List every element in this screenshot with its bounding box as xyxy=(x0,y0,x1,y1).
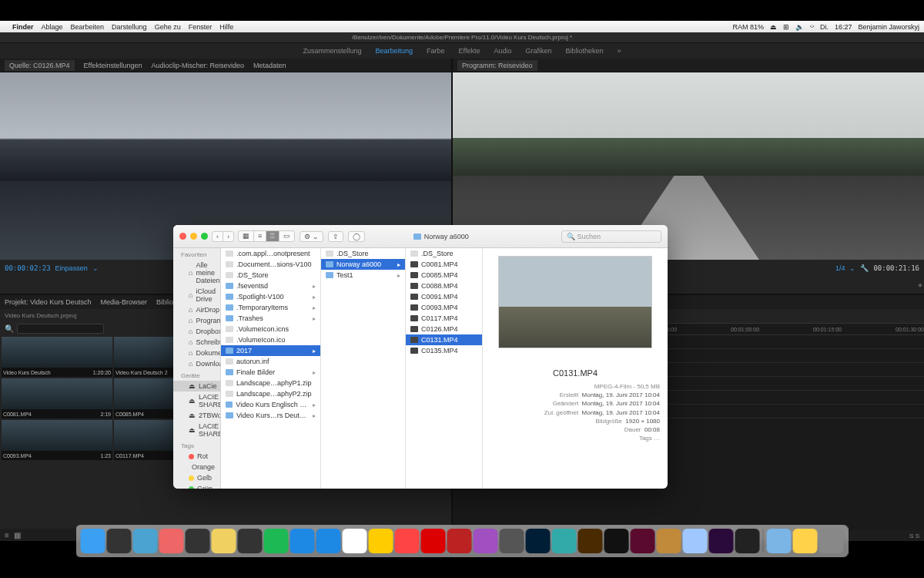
menu-user[interactable]: Benjamin Jaworskyj xyxy=(858,23,919,31)
tab-metadata[interactable]: Metadaten xyxy=(253,62,286,69)
mac-dock[interactable] xyxy=(76,525,849,557)
menu-item[interactable]: Ablage xyxy=(42,23,63,31)
sidebar-device[interactable]: ⏏LACIE SHARE xyxy=(173,391,220,410)
zoom-fit[interactable]: Einpassen xyxy=(55,264,88,272)
project-search-input[interactable] xyxy=(17,324,104,334)
finder-row[interactable]: Landscape…aphyP2.zip xyxy=(221,388,320,399)
status-icon[interactable]: ⊞ xyxy=(783,23,789,31)
sidebar-item[interactable]: ⌂Programme xyxy=(173,315,220,326)
finder-row[interactable]: .fseventsd▸ xyxy=(221,281,320,291)
zoom-fit[interactable]: 1/4 xyxy=(835,264,845,272)
dock-app[interactable] xyxy=(343,529,367,553)
sidebar-device[interactable]: ⏏LaCie xyxy=(173,381,220,391)
finder-row[interactable]: .VolumeIcon.icns xyxy=(221,324,320,334)
sidebar-tag[interactable]: Grün xyxy=(173,483,220,489)
clip-thumb[interactable]: Video Kurs Deutsch1:20:20 xyxy=(2,337,112,377)
finder-row[interactable]: C0126.MP4 xyxy=(406,324,482,334)
add-button-icon[interactable]: ＋ xyxy=(916,280,924,291)
finder-row[interactable]: C0131.MP4 xyxy=(406,334,482,345)
ws-tab[interactable]: Grafiken xyxy=(525,47,551,55)
finder-column-2[interactable]: .DS_StoreNorway a6000▸Test1▸ xyxy=(321,248,406,489)
ws-tab[interactable]: Effekte xyxy=(459,47,480,55)
share-button[interactable]: ⇪ xyxy=(328,231,343,242)
dock-app[interactable] xyxy=(526,529,551,553)
sidebar-item[interactable]: ⌂iCloud Drive xyxy=(173,286,220,304)
tab-mediabrowser[interactable]: Media-Browser xyxy=(100,298,147,306)
arrange-button[interactable]: ⚙ ⌄ xyxy=(300,231,323,242)
dock-app[interactable] xyxy=(133,529,158,553)
dock-app[interactable] xyxy=(238,529,263,553)
ws-tab[interactable]: Zusammenstellung xyxy=(303,47,361,55)
ws-tab-active[interactable]: Bearbeitung xyxy=(376,47,413,55)
finder-row[interactable]: .VolumeIcon.ico xyxy=(221,334,320,345)
chevron-down-icon[interactable]: ⌄ xyxy=(92,264,99,272)
finder-row[interactable]: Test1▸ xyxy=(321,270,405,281)
dock-app[interactable] xyxy=(290,529,315,553)
dock-app[interactable] xyxy=(767,529,792,553)
finder-row[interactable]: Video Kurs…rs Deutsch▸ xyxy=(221,410,320,421)
menu-app[interactable]: Finder xyxy=(12,23,34,31)
finder-row[interactable]: 2017▸ xyxy=(221,345,320,356)
tab-project[interactable]: Projekt: Video Kurs Deutsch xyxy=(5,298,91,306)
icon-view-icon[interactable]: ▦ xyxy=(14,531,21,539)
finder-column-1[interactable]: .com.appl…onotpresent.Document…sions-V10… xyxy=(221,248,321,489)
source-tc-in[interactable]: 00:00:02:23 xyxy=(5,264,51,272)
dock-app[interactable] xyxy=(264,529,289,553)
finder-row[interactable]: .Spotlight-V100▸ xyxy=(221,291,320,302)
dock-app[interactable] xyxy=(735,529,760,553)
finder-row[interactable]: C0085.MP4 xyxy=(406,270,482,281)
minimize-icon[interactable] xyxy=(190,233,197,240)
dock-app[interactable] xyxy=(709,529,734,553)
clip-thumb[interactable]: C0081.MP42:19 xyxy=(2,378,112,418)
dock-app[interactable] xyxy=(186,529,210,553)
menu-item[interactable]: Hilfe xyxy=(219,23,233,31)
dock-app[interactable] xyxy=(683,529,708,553)
finder-row[interactable]: Finale Bilder▸ xyxy=(221,367,320,378)
finder-row[interactable]: .DS_Store xyxy=(406,248,482,259)
status-icon[interactable]: ⏏ xyxy=(770,23,777,31)
menu-item[interactable]: Gehe zu xyxy=(155,23,181,31)
finder-row[interactable]: autorun.inf xyxy=(221,356,320,367)
tab-program[interactable]: Programm: Reisevideo xyxy=(457,60,537,71)
mac-menu-bar[interactable]: Finder Ablage Bearbeiten Darstellung Geh… xyxy=(0,21,924,32)
finder-window[interactable]: ‹ › ▦ ≡ ⦙⦙⦙ ▭ ⚙ ⌄ ⇪ ◯ Norway a6000 🔍 Suc… xyxy=(173,225,668,489)
finder-row[interactable]: C0091.MP4 xyxy=(406,291,482,302)
finder-row[interactable]: Landscape…aphyP1.zip xyxy=(221,378,320,388)
finder-row[interactable]: C0093.MP4 xyxy=(406,302,482,313)
tab-effects[interactable]: Effekteinstellungen xyxy=(84,62,142,69)
finder-row[interactable]: C0117.MP4 xyxy=(406,313,482,324)
wrench-icon[interactable]: 🔧 xyxy=(860,264,869,272)
gallery-view-button[interactable]: ▭ xyxy=(279,230,295,242)
menu-item[interactable]: Bearbeiten xyxy=(71,23,105,31)
sidebar-device[interactable]: ⏏2TBWorkflow xyxy=(173,410,220,421)
finder-row[interactable]: .Document…sions-V100 xyxy=(221,259,320,270)
finder-row[interactable]: .Trashes▸ xyxy=(221,313,320,324)
dock-app[interactable] xyxy=(212,529,236,553)
dock-app[interactable] xyxy=(447,529,472,553)
zoom-icon[interactable] xyxy=(201,233,208,240)
finder-row[interactable]: .com.appl…onotpresent xyxy=(221,248,320,259)
sidebar-item[interactable]: ⌂Schreibtisch xyxy=(173,337,220,348)
dock-app[interactable] xyxy=(657,529,681,553)
sidebar-item[interactable]: ⌂Downloads xyxy=(173,358,220,369)
forward-button[interactable]: › xyxy=(223,231,234,242)
sidebar-item[interactable]: ⌂Dokumente xyxy=(173,348,220,358)
dock-app[interactable] xyxy=(604,529,629,553)
dock-app[interactable] xyxy=(578,529,603,553)
dock-app[interactable] xyxy=(421,529,446,553)
close-icon[interactable] xyxy=(179,233,186,240)
volume-icon[interactable]: 🔈 xyxy=(795,23,804,31)
finder-row[interactable]: .TemporaryItems▸ xyxy=(221,302,320,313)
finder-row[interactable]: .DS_Store xyxy=(321,248,405,259)
menu-item[interactable]: Fenster xyxy=(189,23,213,31)
tags-button[interactable]: ◯ xyxy=(348,231,365,242)
dock-app[interactable] xyxy=(552,529,577,553)
tab-source[interactable]: Quelle: C0126.MP4 xyxy=(5,60,75,71)
finder-row[interactable]: Video Kurs Englisch Final▸ xyxy=(221,399,320,410)
dock-app[interactable] xyxy=(793,529,818,553)
column-view-button[interactable]: ⦙⦙⦙ xyxy=(266,230,280,242)
dock-app[interactable] xyxy=(819,529,844,553)
sidebar-tag[interactable]: Gelb xyxy=(173,472,220,483)
ws-overflow-icon[interactable]: » xyxy=(618,47,621,55)
finder-row[interactable]: C0088.MP4 xyxy=(406,281,482,291)
